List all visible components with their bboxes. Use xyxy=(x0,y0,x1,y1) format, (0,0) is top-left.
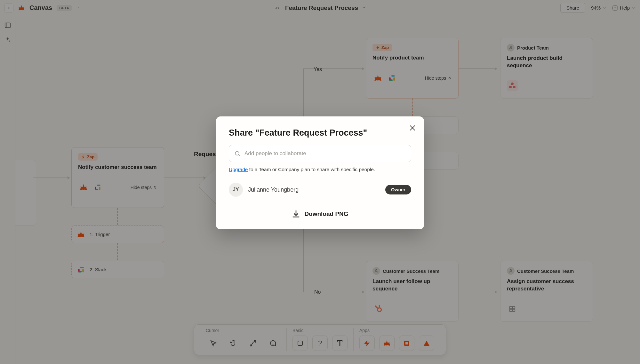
download-png-button[interactable]: Download PNG xyxy=(229,210,411,218)
close-button[interactable] xyxy=(409,124,416,132)
modal-title: Share "Feature Request Process" xyxy=(229,128,411,138)
download-label: Download PNG xyxy=(304,210,348,218)
member-row: JY Julianne Youngberg Owner xyxy=(229,183,411,197)
share-modal: Share "Feature Request Process" Upgrade … xyxy=(216,116,424,229)
people-search[interactable] xyxy=(229,145,411,162)
people-search-input[interactable] xyxy=(244,150,406,157)
member-avatar: JY xyxy=(229,183,243,197)
svg-point-40 xyxy=(235,151,239,155)
upgrade-hint: Upgrade to a Team or Company plan to sha… xyxy=(229,167,411,172)
upgrade-link[interactable]: Upgrade xyxy=(229,167,248,172)
modal-overlay[interactable]: Share "Feature Request Process" Upgrade … xyxy=(0,0,640,364)
role-badge: Owner xyxy=(385,185,411,194)
member-name: Julianne Youngberg xyxy=(248,186,299,193)
svg-line-41 xyxy=(239,155,240,156)
